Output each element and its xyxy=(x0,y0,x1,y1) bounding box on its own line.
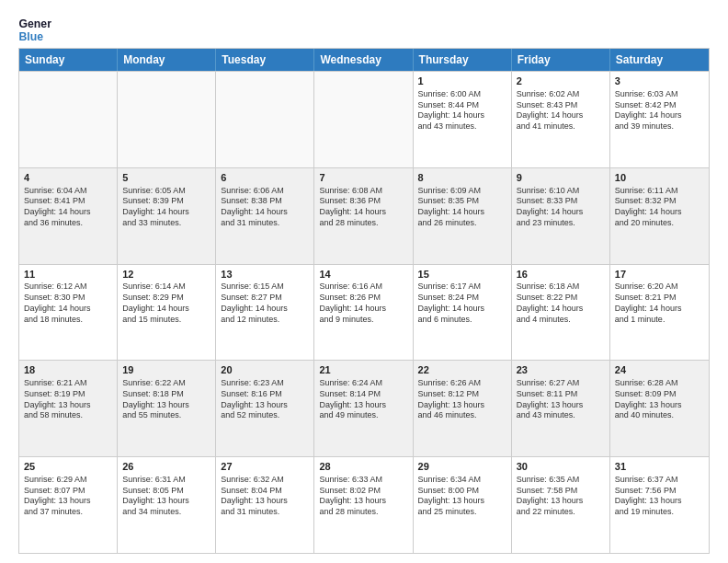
cal-cell-2: 2Sunrise: 6:02 AMSunset: 8:43 PMDaylight… xyxy=(512,72,610,167)
cal-header-friday: Friday xyxy=(512,49,610,71)
cal-cell-4: 4Sunrise: 6:04 AMSunset: 8:41 PMDaylight… xyxy=(19,168,118,264)
cell-content: Sunrise: 6:09 AMSunset: 8:35 PMDaylight:… xyxy=(418,186,506,229)
day-number: 25 xyxy=(24,460,112,474)
cell-content: Sunrise: 6:26 AMSunset: 8:12 PMDaylight:… xyxy=(418,378,506,421)
cal-cell-17: 17Sunrise: 6:20 AMSunset: 8:21 PMDayligh… xyxy=(610,265,709,361)
cal-cell-8: 8Sunrise: 6:09 AMSunset: 8:35 PMDaylight… xyxy=(414,168,512,264)
cell-content: Sunrise: 6:14 AMSunset: 8:29 PMDaylight:… xyxy=(122,282,210,325)
day-number: 6 xyxy=(221,171,309,185)
cal-cell-20: 20Sunrise: 6:23 AMSunset: 8:16 PMDayligh… xyxy=(216,361,314,456)
cal-cell-23: 23Sunrise: 6:27 AMSunset: 8:11 PMDayligh… xyxy=(512,361,610,456)
day-number: 2 xyxy=(517,75,605,88)
cell-content: Sunrise: 6:05 AMSunset: 8:39 PMDaylight:… xyxy=(122,186,210,229)
cell-content: Sunrise: 6:37 AMSunset: 7:56 PMDaylight:… xyxy=(615,475,704,518)
cal-cell-9: 9Sunrise: 6:10 AMSunset: 8:33 PMDaylight… xyxy=(512,168,610,264)
cal-cell-19: 19Sunrise: 6:22 AMSunset: 8:18 PMDayligh… xyxy=(118,361,216,456)
cal-row-1: 4Sunrise: 6:04 AMSunset: 8:41 PMDaylight… xyxy=(19,167,709,264)
cal-row-4: 25Sunrise: 6:29 AMSunset: 8:07 PMDayligh… xyxy=(19,456,709,553)
cell-content: Sunrise: 6:04 AMSunset: 8:41 PMDaylight:… xyxy=(24,186,112,229)
cal-header-tuesday: Tuesday xyxy=(216,49,314,71)
cal-header-monday: Monday xyxy=(118,49,216,71)
cell-content: Sunrise: 6:34 AMSunset: 8:00 PMDaylight:… xyxy=(418,475,506,518)
day-number: 19 xyxy=(122,363,210,377)
page: General Blue SundayMondayTuesdayWednesda… xyxy=(0,0,728,563)
cal-header-thursday: Thursday xyxy=(414,49,512,71)
day-number: 5 xyxy=(122,171,210,185)
day-number: 18 xyxy=(24,363,112,377)
calendar-body: 1Sunrise: 6:00 AMSunset: 8:44 PMDaylight… xyxy=(19,71,709,553)
cal-row-3: 18Sunrise: 6:21 AMSunset: 8:19 PMDayligh… xyxy=(19,360,709,456)
cal-cell-empty-r0-c0 xyxy=(19,72,118,167)
cal-cell-13: 13Sunrise: 6:15 AMSunset: 8:27 PMDayligh… xyxy=(216,265,314,361)
cell-content: Sunrise: 6:16 AMSunset: 8:26 PMDaylight:… xyxy=(319,282,407,325)
cell-content: Sunrise: 6:18 AMSunset: 8:22 PMDaylight:… xyxy=(517,282,605,325)
cal-cell-30: 30Sunrise: 6:35 AMSunset: 7:58 PMDayligh… xyxy=(512,457,610,553)
cal-header-wednesday: Wednesday xyxy=(314,49,413,71)
cell-content: Sunrise: 6:12 AMSunset: 8:30 PMDaylight:… xyxy=(24,282,112,325)
day-number: 4 xyxy=(24,171,112,185)
cal-cell-3: 3Sunrise: 6:03 AMSunset: 8:42 PMDaylight… xyxy=(610,72,709,167)
cell-content: Sunrise: 6:03 AMSunset: 8:42 PMDaylight:… xyxy=(615,89,704,132)
day-number: 11 xyxy=(24,268,112,282)
day-number: 3 xyxy=(615,75,704,88)
cal-cell-28: 28Sunrise: 6:33 AMSunset: 8:02 PMDayligh… xyxy=(314,457,413,553)
day-number: 15 xyxy=(418,268,506,282)
svg-text:General: General xyxy=(19,17,52,30)
day-number: 14 xyxy=(319,268,407,282)
day-number: 23 xyxy=(517,363,605,377)
day-number: 1 xyxy=(418,75,506,88)
cell-content: Sunrise: 6:06 AMSunset: 8:38 PMDaylight:… xyxy=(221,186,309,229)
day-number: 7 xyxy=(319,171,407,185)
svg-text:Blue: Blue xyxy=(19,30,44,40)
cal-row-0: 1Sunrise: 6:00 AMSunset: 8:44 PMDaylight… xyxy=(19,71,709,167)
cell-content: Sunrise: 6:00 AMSunset: 8:44 PMDaylight:… xyxy=(418,89,506,132)
day-number: 10 xyxy=(615,171,704,185)
cal-cell-10: 10Sunrise: 6:11 AMSunset: 8:32 PMDayligh… xyxy=(610,168,709,264)
cal-cell-24: 24Sunrise: 6:28 AMSunset: 8:09 PMDayligh… xyxy=(610,361,709,456)
day-number: 22 xyxy=(418,363,506,377)
logo: General Blue xyxy=(18,15,51,40)
cell-content: Sunrise: 6:10 AMSunset: 8:33 PMDaylight:… xyxy=(517,186,605,229)
cal-cell-1: 1Sunrise: 6:00 AMSunset: 8:44 PMDaylight… xyxy=(414,72,512,167)
cal-cell-15: 15Sunrise: 6:17 AMSunset: 8:24 PMDayligh… xyxy=(414,265,512,361)
cal-cell-21: 21Sunrise: 6:24 AMSunset: 8:14 PMDayligh… xyxy=(314,361,413,456)
cal-cell-26: 26Sunrise: 6:31 AMSunset: 8:05 PMDayligh… xyxy=(118,457,216,553)
cal-cell-empty-r0-c2 xyxy=(216,72,314,167)
cal-cell-27: 27Sunrise: 6:32 AMSunset: 8:04 PMDayligh… xyxy=(216,457,314,553)
cell-content: Sunrise: 6:35 AMSunset: 7:58 PMDaylight:… xyxy=(517,475,605,518)
cell-content: Sunrise: 6:27 AMSunset: 8:11 PMDaylight:… xyxy=(517,378,605,421)
day-number: 30 xyxy=(517,460,605,474)
day-number: 21 xyxy=(319,363,407,377)
cell-content: Sunrise: 6:24 AMSunset: 8:14 PMDaylight:… xyxy=(319,378,407,421)
day-number: 29 xyxy=(418,460,506,474)
cal-cell-22: 22Sunrise: 6:26 AMSunset: 8:12 PMDayligh… xyxy=(414,361,512,456)
cell-content: Sunrise: 6:23 AMSunset: 8:16 PMDaylight:… xyxy=(221,378,309,421)
cal-cell-12: 12Sunrise: 6:14 AMSunset: 8:29 PMDayligh… xyxy=(118,265,216,361)
cal-row-2: 11Sunrise: 6:12 AMSunset: 8:30 PMDayligh… xyxy=(19,264,709,361)
cell-content: Sunrise: 6:29 AMSunset: 8:07 PMDaylight:… xyxy=(24,475,112,518)
cal-cell-empty-r0-c1 xyxy=(118,72,216,167)
day-number: 12 xyxy=(122,268,210,282)
cell-content: Sunrise: 6:11 AMSunset: 8:32 PMDaylight:… xyxy=(615,186,704,229)
day-number: 27 xyxy=(221,460,309,474)
day-number: 8 xyxy=(418,171,506,185)
calendar-header-row: SundayMondayTuesdayWednesdayThursdayFrid… xyxy=(19,49,709,71)
cal-header-sunday: Sunday xyxy=(19,49,118,71)
cal-cell-29: 29Sunrise: 6:34 AMSunset: 8:00 PMDayligh… xyxy=(414,457,512,553)
cell-content: Sunrise: 6:08 AMSunset: 8:36 PMDaylight:… xyxy=(319,186,407,229)
cell-content: Sunrise: 6:28 AMSunset: 8:09 PMDaylight:… xyxy=(615,378,704,421)
day-number: 28 xyxy=(319,460,407,474)
day-number: 9 xyxy=(517,171,605,185)
calendar: SundayMondayTuesdayWednesdayThursdayFrid… xyxy=(18,48,710,554)
cell-content: Sunrise: 6:17 AMSunset: 8:24 PMDaylight:… xyxy=(418,282,506,325)
cal-cell-14: 14Sunrise: 6:16 AMSunset: 8:26 PMDayligh… xyxy=(314,265,413,361)
cal-cell-16: 16Sunrise: 6:18 AMSunset: 8:22 PMDayligh… xyxy=(512,265,610,361)
cal-cell-18: 18Sunrise: 6:21 AMSunset: 8:19 PMDayligh… xyxy=(19,361,118,456)
day-number: 13 xyxy=(221,268,309,282)
day-number: 20 xyxy=(221,363,309,377)
cal-cell-31: 31Sunrise: 6:37 AMSunset: 7:56 PMDayligh… xyxy=(610,457,709,553)
cell-content: Sunrise: 6:22 AMSunset: 8:18 PMDaylight:… xyxy=(122,378,210,421)
day-number: 17 xyxy=(615,268,704,282)
cal-header-saturday: Saturday xyxy=(610,49,709,71)
cell-content: Sunrise: 6:31 AMSunset: 8:05 PMDaylight:… xyxy=(122,475,210,518)
